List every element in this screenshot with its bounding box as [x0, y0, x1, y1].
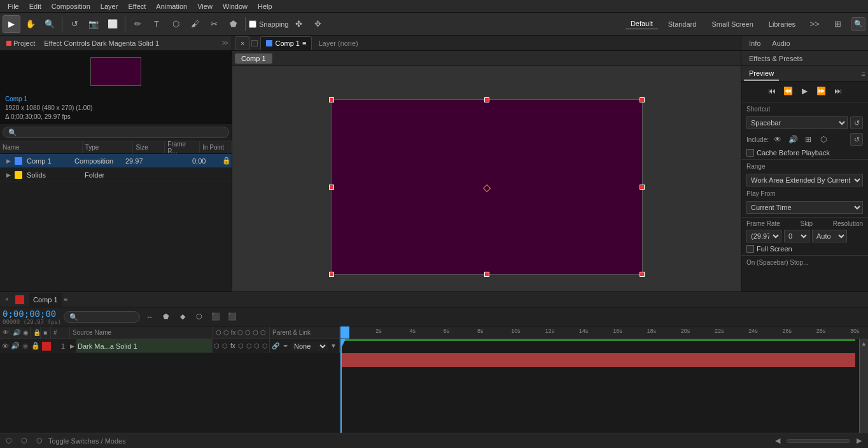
col-header-name[interactable]: Name — [0, 141, 83, 153]
handle-top-left[interactable] — [329, 97, 334, 102]
handle-bottom-right[interactable] — [640, 272, 645, 277]
transport-prev[interactable]: ⏪ — [781, 84, 795, 98]
workspace-default[interactable]: Default — [626, 18, 658, 29]
fullscreen-checkbox-row[interactable]: Full Screen — [741, 244, 868, 254]
layer-label-color-1[interactable] — [42, 342, 51, 351]
include-reset-btn[interactable]: ↺ — [850, 133, 863, 146]
panel-expand-btn[interactable]: ≫ — [221, 39, 229, 47]
workspace-libraries[interactable]: Libraries — [764, 19, 801, 29]
workspace-more[interactable]: >> — [806, 15, 823, 33]
toolbar-search[interactable]: 🔍 — [851, 17, 865, 31]
sw-1-7[interactable]: ⬡ — [261, 342, 269, 351]
tl-comp-nav[interactable]: ↔ — [143, 310, 157, 324]
timeline-menu-btn[interactable]: ≡ — [64, 296, 68, 303]
file-row-solids[interactable]: ▶ Solids Folder — [0, 168, 232, 182]
handle-top-mid[interactable] — [484, 97, 489, 102]
rp-tab-effects[interactable]: Effects & Presets — [744, 52, 808, 66]
sw-1-5[interactable]: ⬡ — [245, 342, 253, 351]
timeline-timecode[interactable]: 0;00;00;00 — [3, 309, 61, 319]
menu-effect[interactable]: Effect — [123, 0, 151, 12]
tool-paint[interactable]: 🖌 — [186, 15, 204, 33]
menu-view[interactable]: View — [192, 0, 218, 12]
timeline-close-btn[interactable]: × — [4, 296, 10, 303]
rp-menu-btn[interactable]: ≡ — [862, 70, 865, 78]
handle-mid-right[interactable] — [640, 185, 645, 190]
viewer-close-btn[interactable]: × — [235, 36, 250, 50]
sw-1-4[interactable]: ⬡ — [237, 342, 245, 351]
tool-select[interactable]: ▶ — [3, 15, 20, 33]
tl-keys-btn[interactable]: ◆ — [176, 310, 190, 324]
menu-layer[interactable]: Layer — [95, 0, 123, 12]
workspace-collapse[interactable]: ⊞ — [829, 15, 846, 33]
layer-lock-1[interactable]: 🔒 — [31, 342, 41, 350]
layer-audio-1[interactable]: 🔊 — [10, 342, 20, 350]
viewer-tab-comp1[interactable]: Comp 1 — [235, 53, 272, 64]
transport-play[interactable]: ▶ — [798, 84, 812, 98]
tl-bottom-btn1[interactable]: ⬡ — [3, 435, 15, 447]
handle-bottom-left[interactable] — [329, 272, 334, 277]
expand-btn-2[interactable]: ▶ — [6, 172, 14, 178]
rp-tab-audio[interactable]: Audio — [767, 36, 795, 50]
workspace-small-screen[interactable]: Small Screen — [706, 19, 758, 29]
shortcut-reset-btn[interactable]: ↺ — [850, 116, 863, 129]
cache-checkbox-row[interactable]: Cache Before Playback — [741, 148, 868, 158]
tl-expression-btn[interactable]: ⬡ — [192, 310, 206, 324]
handle-bottom-mid[interactable] — [484, 272, 489, 277]
timeline-search[interactable] — [64, 311, 140, 323]
effect-controls-tab[interactable]: Effect Controls Dark Magenta Solid 1 — [40, 36, 163, 50]
tool-zoom[interactable]: 🔍 — [41, 15, 59, 33]
include-extras-btn[interactable]: ⬡ — [817, 133, 830, 146]
transport-next[interactable]: ⏩ — [815, 84, 829, 98]
sw-1-1[interactable]: ⬡ — [213, 342, 221, 351]
project-search-input[interactable] — [3, 127, 229, 138]
timeline-playhead[interactable] — [340, 339, 342, 433]
parent-down-1[interactable]: ▼ — [329, 342, 338, 351]
menu-animation[interactable]: Animation — [151, 0, 192, 12]
parent-link-1[interactable]: 🔗 — [271, 342, 280, 351]
layer-eye-1[interactable]: 👁 — [0, 342, 10, 350]
expand-btn-1[interactable]: ▶ — [6, 158, 14, 164]
col-header-frame[interactable]: Frame R... — [165, 141, 200, 153]
sw-1-2[interactable]: ⬡ — [221, 342, 229, 351]
tl-bottom-btn3[interactable]: ⬡ — [33, 435, 46, 447]
tool-rectangle[interactable]: ⬜ — [104, 15, 122, 33]
menu-file[interactable]: File — [3, 0, 24, 12]
tool-pen[interactable]: ✏ — [129, 15, 146, 33]
layer-track-bar-1[interactable] — [340, 353, 855, 367]
tl-nav-left[interactable]: ◀ — [771, 435, 784, 447]
file-row-comp1[interactable]: ▶ Comp 1 Composition 29.97 0;00 🔒 — [0, 154, 232, 168]
layer-expand-1[interactable]: ▶ — [67, 343, 76, 349]
tl-more-btn[interactable]: ⬛ — [225, 310, 239, 324]
menu-window[interactable]: Window — [218, 0, 253, 12]
snap-guide[interactable]: ✥ — [309, 15, 327, 33]
layer-row-1[interactable]: 👁 🔊 ◉ 🔒 1 ▶ Dark Ma...a Solid 1 ⬡ ⬡ fx ⬡… — [0, 339, 340, 353]
cache-checkbox[interactable] — [746, 149, 754, 157]
play-from-select[interactable]: Current Time Beginning — [746, 201, 863, 214]
tool-hand[interactable]: ✋ — [22, 15, 39, 33]
handle-top-right[interactable] — [640, 97, 645, 102]
timeline-ruler[interactable]: 0s2s4s6s8s10s12s14s16s18s20s22s24s26s28s… — [340, 326, 868, 339]
sw-1-3[interactable]: fx — [228, 342, 237, 351]
parent-select-1[interactable]: None — [291, 342, 328, 351]
frame-rate-select[interactable]: (29.97) 24 30 — [746, 230, 781, 242]
playhead-top[interactable] — [340, 326, 349, 339]
tool-undo[interactable]: ↺ — [66, 15, 83, 33]
timeline-tab-comp1[interactable]: Comp 1 — [29, 293, 62, 307]
range-select[interactable]: Work Area Extended By Current... Work Ar… — [746, 174, 863, 186]
col-header-size[interactable]: Size — [133, 141, 165, 153]
include-video-btn[interactable]: 👁 — [771, 133, 784, 146]
tool-clone[interactable]: ✂ — [205, 15, 223, 33]
comp-tab-menu[interactable]: ≡ — [302, 39, 306, 47]
transport-first[interactable]: ⏮ — [765, 84, 779, 98]
snap-options[interactable]: ✤ — [290, 15, 308, 33]
tl-bottom-btn2[interactable]: ⬡ — [18, 435, 31, 447]
snapping-checkbox[interactable] — [249, 20, 256, 28]
rp-tab-info[interactable]: Info — [744, 36, 766, 50]
tool-puppet[interactable]: ⬟ — [224, 15, 242, 33]
sw-1-6[interactable]: ⬡ — [253, 342, 262, 351]
tool-camera[interactable]: 📷 — [85, 15, 102, 33]
include-overlay-btn[interactable]: ⊞ — [802, 133, 815, 146]
tool-text[interactable]: T — [148, 15, 165, 33]
skip-select[interactable]: 0 1 2 — [784, 230, 809, 242]
tl-trim-btn[interactable]: ⬟ — [159, 310, 173, 324]
